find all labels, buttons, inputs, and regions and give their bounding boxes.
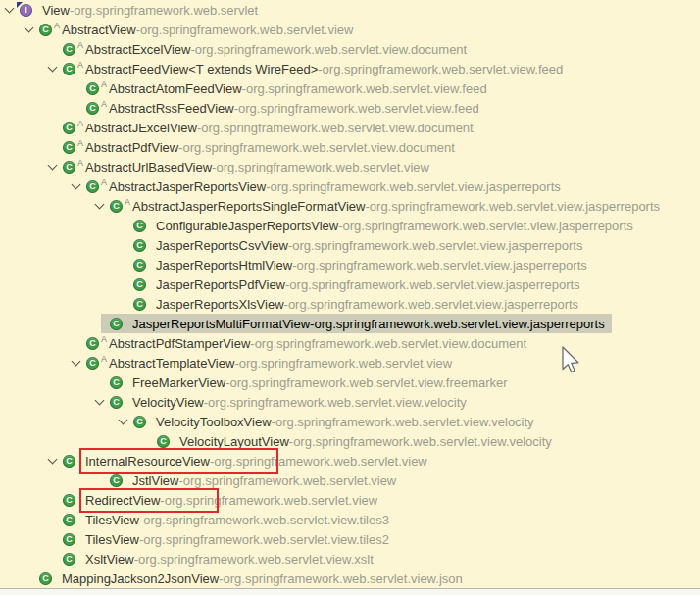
tree-row-content[interactable]: I View - org.springframework.web.servlet [11, 0, 265, 20]
class-name: AbstractPdfView [85, 140, 178, 155]
tree-row-content[interactable]: C JasperReportsPdfView - org.springframe… [125, 274, 587, 294]
tree-row-abstractjasperreportsview[interactable]: C A AbstractJasperReportsView - org.spri… [0, 176, 700, 196]
tree-row-jasperreportscsvview[interactable]: C JasperReportsCsvView - org.springframe… [0, 235, 700, 255]
tree-row-redirectview[interactable]: C RedirectView - org.springframework.web… [0, 490, 700, 510]
tree-row-jasperreportshtmlview[interactable]: C JasperReportsHtmlView - org.springfram… [0, 255, 700, 274]
class-name: AbstractView [62, 23, 136, 37]
tree-row-velocityview[interactable]: C VelocityView - org.springframework.web… [0, 392, 700, 412]
tree-row-content[interactable]: C A AbstractAtomFeedView - org.springfra… [77, 78, 494, 98]
tree-row-view[interactable]: I View - org.springframework.web.servlet [0, 0, 700, 20]
tree-row-content[interactable]: C TilesView - org.springframework.web.se… [54, 529, 396, 549]
tree-row-velocitylayoutview[interactable]: C VelocityLayoutView - org.springframewo… [0, 431, 700, 451]
class-icon: C [110, 200, 123, 213]
tree-row-content[interactable]: C JasperReportsCsvView - org.springframe… [125, 235, 589, 255]
tree-row-abstractjexcelview[interactable]: C A AbstractJExcelView - org.springframe… [0, 118, 700, 137]
class-icon: C [133, 416, 146, 428]
tree-row-abstractjasperreportssingleformatview[interactable]: C A AbstractJasperReportsSingleFormatVie… [0, 196, 700, 216]
class-name: View [42, 3, 70, 18]
tree-row-tilesview[interactable]: C TilesView - org.springframework.web.se… [0, 510, 700, 529]
tree-row-abstracturlbasedview[interactable]: C A AbstractUrlBasedView - org.springfra… [0, 157, 700, 176]
class-name: VelocityToolboxView [156, 415, 272, 429]
package-name: org.springframework.web.servlet.view.doc… [182, 140, 454, 155]
tree-row-content[interactable]: C VelocityLayoutView - org.springframewo… [148, 431, 559, 451]
tree-row-abstracttemplateview[interactable]: C A AbstractTemplateView - org.springfra… [0, 353, 700, 372]
class-name: TilesView [85, 513, 139, 527]
class-icon: C [63, 161, 75, 174]
tree-row-content[interactable]: C A AbstractPdfView - org.springframewor… [54, 137, 462, 157]
tree-row-content[interactable]: C A AbstractFeedView<T extends WireFeed>… [54, 59, 570, 78]
tree-row-content[interactable]: C JasperReportsMultiFormatView - org.spr… [101, 314, 612, 333]
icon-letter: C [113, 377, 120, 386]
class-icon: C [110, 396, 123, 409]
tree-row-content[interactable]: C JasperReportsHtmlView - org.springfram… [125, 255, 594, 274]
tree-row-abstractview[interactable]: C A AbstractView - org.springframework.w… [0, 20, 700, 39]
tree-row-abstractpdfview[interactable]: C A AbstractPdfView - org.springframewor… [0, 137, 700, 157]
tree-row-abstractatomfeedview[interactable]: C A AbstractAtomFeedView - org.springfra… [0, 78, 700, 98]
package-name: org.springframework.web.servlet.view [140, 23, 353, 37]
tree-row-content[interactable]: C VelocityToolboxView - org.springframew… [125, 412, 541, 431]
tree-row-mappingjackson2jsonview[interactable]: C MappingJackson2JsonView - org.springfr… [0, 569, 700, 588]
class-icon: C [133, 259, 146, 272]
class-icon: C [133, 278, 146, 291]
tree-row-content[interactable]: C InternalResourceView - org.springframe… [54, 451, 434, 471]
package-name: org.springframework.web.servlet.view.jas… [288, 297, 578, 312]
icon-letter: C [136, 240, 143, 249]
class-icon: C [110, 474, 123, 487]
class-icon: C [39, 24, 52, 36]
package-name: org.springframework.web.servlet.view.jas… [297, 258, 587, 273]
tree-row-content[interactable]: C RedirectView - org.springframework.web… [54, 490, 384, 510]
tree-row-jasperreportsmultiformatview[interactable]: C JasperReportsMultiFormatView - org.spr… [0, 314, 700, 333]
tree-row-content[interactable]: C JstlView - org.springframework.web.ser… [101, 471, 403, 490]
tree-row-content[interactable]: C A AbstractJExcelView - org.springframe… [54, 118, 480, 137]
tree-row-content[interactable]: C VelocityView - org.springframework.web… [101, 392, 474, 412]
package-name: org.springframework.web.servlet.view.jas… [343, 219, 633, 233]
tree-row-xsltview[interactable]: C XsltView - org.springframework.web.ser… [0, 549, 700, 569]
icon-letter: C [66, 64, 73, 73]
tree-row-content[interactable]: C A AbstractJasperReportsView - org.spri… [77, 176, 568, 196]
tree-row-abstractrssfeedview[interactable]: C A AbstractRssFeedView - org.springfram… [0, 98, 700, 118]
icon-letter: C [113, 397, 120, 406]
tree-row-content[interactable]: C XsltView - org.springframework.web.ser… [54, 549, 380, 569]
tree-row-content[interactable]: C A AbstractTemplateView - org.springfra… [77, 353, 459, 372]
tree-row-freemarkerview[interactable]: C FreeMarkerView - org.springframework.w… [0, 372, 700, 392]
tree-row-abstractfeedview-t-extends-wirefeed[interactable]: C A AbstractFeedView<T extends WireFeed>… [0, 59, 700, 78]
class-icon: C [39, 572, 52, 585]
icon-letter: C [136, 279, 143, 288]
tree-row-jasperreportspdfview[interactable]: C JasperReportsPdfView - org.springframe… [0, 274, 700, 294]
tree-row-abstractexcelview[interactable]: C A AbstractExcelView - org.springframew… [0, 39, 700, 59]
tree-row-jasperreportsxlsview[interactable]: C JasperReportsXlsView - org.springframe… [0, 294, 700, 314]
class-icon: C [63, 122, 75, 134]
tree-row-internalresourceview[interactable]: C InternalResourceView - org.springframe… [0, 451, 700, 471]
abstract-marker: A [77, 61, 85, 70]
tree-row-content[interactable]: C JasperReportsXlsView - org.springframe… [125, 294, 585, 314]
icon-letter: C [89, 338, 96, 347]
tree-row-content[interactable]: C A AbstractRssFeedView - org.springfram… [77, 98, 486, 118]
tree-row-content[interactable]: C A AbstractView - org.springframework.w… [30, 20, 360, 39]
tree-row-abstractpdfstamperview[interactable]: C A AbstractPdfStamperView - org.springf… [0, 333, 700, 353]
type-hierarchy-panel: I View - org.springframework.web.servlet… [0, 0, 700, 595]
tree-row-configurablejasperreportsview[interactable]: C ConfigurableJasperReportsView - org.sp… [0, 216, 700, 235]
icon-letter: C [66, 162, 73, 171]
class-name: JasperReportsXlsView [156, 297, 284, 312]
abstract-marker: A [101, 335, 109, 344]
abstract-marker: A [77, 139, 85, 148]
package-name: org.springframework.web.servlet.view.fee… [323, 62, 564, 76]
tree-row-content[interactable]: C A AbstractUrlBasedView - org.springfra… [54, 157, 436, 176]
class-icon: C [63, 533, 75, 546]
tree-row-jstlview[interactable]: C JstlView - org.springframework.web.ser… [0, 471, 700, 490]
tree-row-content[interactable]: C A AbstractPdfStamperView - org.springf… [77, 333, 533, 353]
tree-row-content[interactable]: C MappingJackson2JsonView - org.springfr… [30, 569, 470, 588]
package-name: org.springframework.web.servlet.view [165, 493, 377, 508]
tree-row-content[interactable]: C A AbstractJasperReportsSingleFormatVie… [101, 196, 667, 216]
tree-row-tilesview[interactable]: C TilesView - org.springframework.web.se… [0, 529, 700, 549]
class-hierarchy-tree: I View - org.springframework.web.servlet… [0, 0, 700, 588]
class-name: RedirectView [85, 493, 160, 508]
tree-row-content[interactable]: C ConfigurableJasperReportsView - org.sp… [125, 216, 640, 235]
package-name: org.springframework.web.servlet.view [214, 454, 426, 469]
tree-row-content[interactable]: C FreeMarkerView - org.springframework.w… [101, 372, 515, 392]
tree-row-velocitytoolboxview[interactable]: C VelocityToolboxView - org.springframew… [0, 412, 700, 431]
class-name: AbstractTemplateView [109, 356, 234, 371]
tree-row-content[interactable]: C TilesView - org.springframework.web.se… [54, 510, 396, 529]
icon-letter: C [136, 260, 143, 269]
tree-row-content[interactable]: C A AbstractExcelView - org.springframew… [54, 39, 474, 59]
